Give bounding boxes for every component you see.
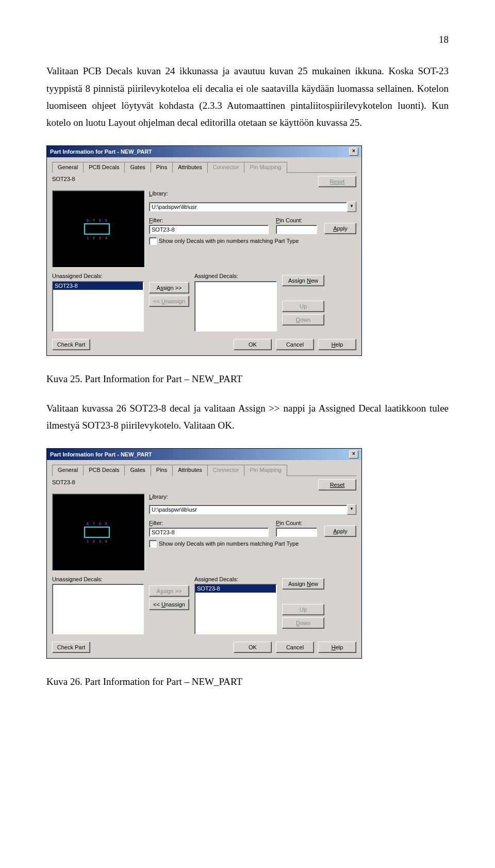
decal-graphic-icon: 8 7 6 5 1 2 3 4 xyxy=(81,521,114,544)
show-only-checkbox[interactable] xyxy=(149,237,157,245)
svg-text:1: 1 xyxy=(87,539,89,543)
dialog-figure-26: Part Information for Part - NEW_PART × G… xyxy=(46,448,449,658)
close-icon[interactable]: × xyxy=(349,148,358,156)
svg-text:8: 8 xyxy=(87,219,89,222)
svg-text:3: 3 xyxy=(99,539,101,543)
assigned-listbox[interactable] xyxy=(194,281,277,332)
dialog-figure-25: Part Information for Part - NEW_PART × G… xyxy=(46,145,449,355)
unassigned-label: Unassigned Decals: xyxy=(52,576,144,583)
title-text: Part Information for Part - NEW_PART xyxy=(50,149,152,155)
tab-pins[interactable]: Pins xyxy=(151,162,173,173)
down-button[interactable]: Down xyxy=(282,314,324,325)
svg-text:1: 1 xyxy=(87,236,89,240)
ok-button[interactable]: OK xyxy=(234,339,272,350)
part-name-text: SOT23-8 xyxy=(52,176,75,183)
chevron-down-icon[interactable]: ▼ xyxy=(347,202,356,212)
page-number: 18 xyxy=(46,31,449,48)
reset-button[interactable]: Reset xyxy=(318,479,356,490)
window-buttons: × xyxy=(349,148,358,156)
tab-pcb-decals[interactable]: PCB Decals xyxy=(83,162,125,173)
title-bar: Part Information for Part - NEW_PART × xyxy=(47,449,361,460)
tab-pin-mapping: Pin Mapping xyxy=(244,162,287,173)
svg-text:6: 6 xyxy=(99,522,101,526)
caption-25: Kuva 25. Part Information for Part – NEW… xyxy=(46,370,449,387)
pincount-input[interactable] xyxy=(276,225,317,234)
help-button[interactable]: Help xyxy=(318,642,356,653)
chevron-down-icon[interactable]: ▼ xyxy=(347,504,356,515)
tab-connector: Connector xyxy=(207,162,245,173)
show-only-checkbox[interactable] xyxy=(149,540,157,548)
pincount-label: Pin Count: xyxy=(276,217,317,224)
unassign-button[interactable]: << Unassign xyxy=(149,599,189,610)
assigned-listbox[interactable]: SOT23-8 xyxy=(194,584,277,634)
unassigned-listbox[interactable]: SOT23-8 xyxy=(52,281,144,332)
window-buttons: × xyxy=(349,450,358,458)
library-label: Library: xyxy=(149,494,356,500)
filter-label: Filter: xyxy=(149,217,269,224)
tab-pins[interactable]: Pins xyxy=(151,465,173,476)
apply-button[interactable]: Apply xyxy=(324,526,356,537)
up-button[interactable]: Up xyxy=(282,301,324,312)
down-button[interactable]: Down xyxy=(282,617,324,629)
list-item[interactable]: SOT23-8 xyxy=(195,585,276,593)
tab-row: General PCB Decals Gates Pins Attributes… xyxy=(52,161,356,173)
svg-text:7: 7 xyxy=(93,219,95,222)
tab-gates[interactable]: Gates xyxy=(124,465,151,476)
svg-rect-4 xyxy=(85,224,109,234)
svg-text:4: 4 xyxy=(105,539,107,543)
tab-row: General PCB Decals Gates Pins Attributes… xyxy=(52,464,356,476)
svg-text:2: 2 xyxy=(93,539,95,543)
tab-general[interactable]: General xyxy=(52,465,84,476)
up-button[interactable]: Up xyxy=(282,604,324,615)
part-info-dialog-2: Part Information for Part - NEW_PART × G… xyxy=(46,448,362,658)
check-part-button[interactable]: Check Part xyxy=(52,339,90,350)
filter-input[interactable] xyxy=(149,528,269,537)
svg-text:2: 2 xyxy=(93,236,95,240)
assigned-label: Assigned Decals: xyxy=(194,273,277,280)
svg-rect-13 xyxy=(85,527,109,537)
tab-attributes[interactable]: Attributes xyxy=(172,162,207,173)
svg-text:6: 6 xyxy=(99,219,101,222)
assign-button[interactable]: Assign >> xyxy=(149,282,189,293)
tab-attributes[interactable]: Attributes xyxy=(172,465,207,476)
tab-connector: Connector xyxy=(207,465,245,476)
filter-label: Filter: xyxy=(149,520,269,527)
cancel-button[interactable]: Cancel xyxy=(276,339,314,350)
body-paragraph-1: Valitaan PCB Decals kuvan 24 ikkunassa j… xyxy=(46,62,449,131)
filter-input[interactable] xyxy=(149,225,269,234)
title-text: Part Information for Part - NEW_PART xyxy=(50,451,152,458)
cancel-button[interactable]: Cancel xyxy=(276,642,314,653)
library-dropdown[interactable] xyxy=(149,202,347,211)
svg-text:5: 5 xyxy=(105,219,107,222)
decal-graphic-icon: 8 7 6 5 1 2 3 4 xyxy=(81,218,114,240)
tab-general[interactable]: General xyxy=(52,162,84,173)
ok-button[interactable]: OK xyxy=(234,642,272,653)
decal-preview: 8 7 6 5 1 2 3 4 xyxy=(52,494,145,571)
reset-button[interactable]: Reset xyxy=(318,176,356,187)
title-bar: Part Information for Part - NEW_PART × xyxy=(47,146,361,157)
tab-pin-mapping: Pin Mapping xyxy=(244,465,287,476)
checkbox-label: Show only Decals with pin numbers matchi… xyxy=(159,541,299,547)
svg-text:4: 4 xyxy=(105,236,107,240)
check-part-button[interactable]: Check Part xyxy=(52,642,90,653)
svg-text:3: 3 xyxy=(99,236,101,240)
part-name-text: SOT23-8 xyxy=(52,479,75,486)
assigned-label: Assigned Decals: xyxy=(194,576,277,583)
apply-button[interactable]: Apply xyxy=(324,223,356,234)
assign-new-button[interactable]: Assign New xyxy=(282,578,324,589)
tab-gates[interactable]: Gates xyxy=(124,162,151,173)
svg-text:8: 8 xyxy=(87,522,89,526)
pincount-label: Pin Count: xyxy=(276,520,317,527)
pincount-input[interactable] xyxy=(276,528,317,537)
tab-pcb-decals[interactable]: PCB Decals xyxy=(83,465,125,476)
help-button[interactable]: Help xyxy=(318,339,356,350)
unassigned-label: Unassigned Decals: xyxy=(52,273,144,280)
unassign-button[interactable]: << Unassign xyxy=(149,296,189,307)
list-item[interactable]: SOT23-8 xyxy=(53,282,143,290)
assign-new-button[interactable]: Assign New xyxy=(282,275,324,286)
library-label: Library: xyxy=(149,190,356,197)
assign-button[interactable]: Assign >> xyxy=(149,585,189,597)
unassigned-listbox[interactable] xyxy=(52,584,144,634)
close-icon[interactable]: × xyxy=(349,450,358,458)
library-dropdown[interactable] xyxy=(149,505,347,514)
